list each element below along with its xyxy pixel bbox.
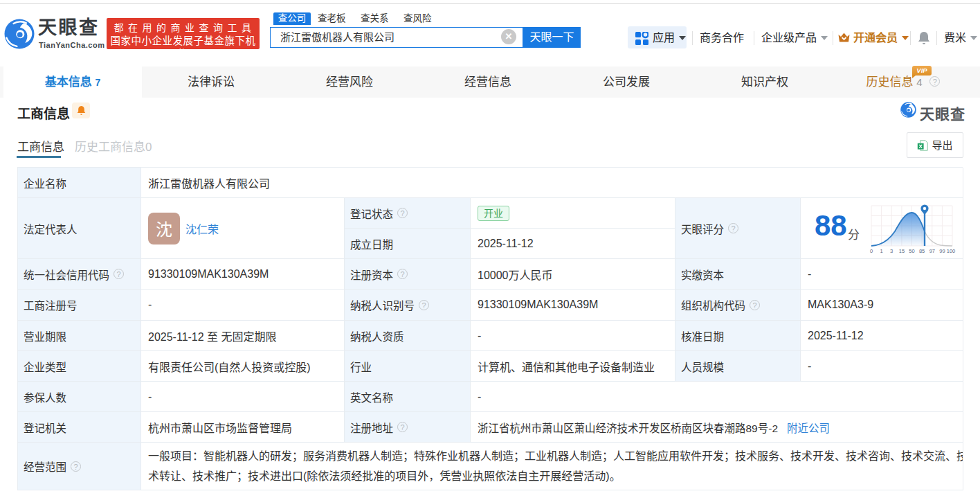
svg-text:50: 50 xyxy=(909,248,914,254)
svg-text:1: 1 xyxy=(880,248,883,254)
svg-text:0: 0 xyxy=(870,248,873,254)
svg-text:99: 99 xyxy=(939,248,945,254)
svg-text:85: 85 xyxy=(919,248,925,254)
svg-text:3: 3 xyxy=(890,248,893,254)
svg-text:100: 100 xyxy=(947,248,956,254)
svg-text:97: 97 xyxy=(929,248,935,254)
svg-text:15: 15 xyxy=(899,248,905,254)
